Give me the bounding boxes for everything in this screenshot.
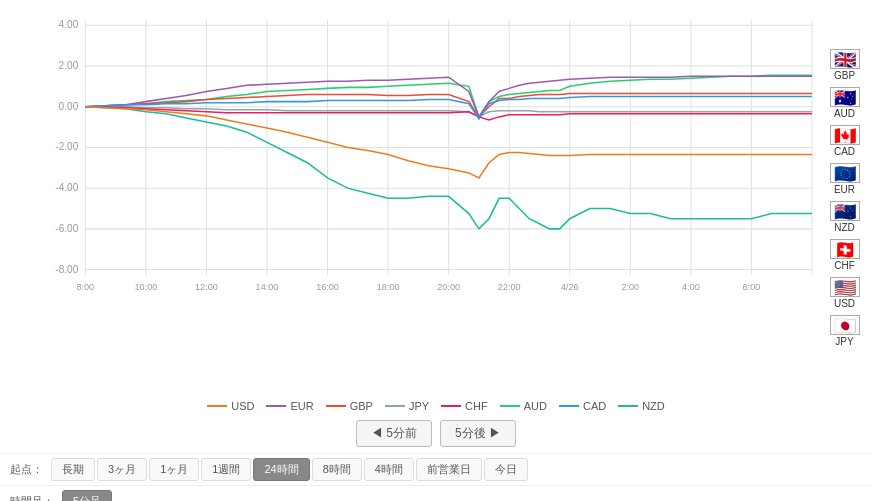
timeframe-label: 起点：	[10, 462, 43, 477]
nzd-legend-label: NZD	[642, 400, 665, 412]
tf-btn-1m[interactable]: 1ヶ月	[149, 458, 199, 481]
chf-legend-label: CHF	[465, 400, 488, 412]
svg-text:16:00: 16:00	[316, 282, 339, 292]
legend-nzd: NZD	[618, 400, 665, 412]
aud-flag: 🇦🇺	[830, 87, 860, 107]
flag-nzd-item[interactable]: 🇳🇿 NZD	[830, 201, 860, 233]
aud-legend-label: AUD	[524, 400, 547, 412]
usd-flag: 🇺🇸	[830, 277, 860, 297]
svg-text:-6.00: -6.00	[55, 223, 78, 234]
svg-text:-4.00: -4.00	[55, 182, 78, 193]
chf-legend-line	[441, 405, 461, 407]
flag-cad-item[interactable]: 🇨🇦 CAD	[830, 125, 860, 157]
svg-text:4.00: 4.00	[59, 19, 79, 30]
svg-text:2:00: 2:00	[621, 282, 639, 292]
nzd-legend-line	[618, 405, 638, 407]
svg-text:4:00: 4:00	[682, 282, 700, 292]
svg-text:20:00: 20:00	[437, 282, 460, 292]
eur-flag-label: EUR	[834, 184, 855, 195]
svg-text:6:00: 6:00	[743, 282, 761, 292]
jpy-flag-label: JPY	[835, 336, 853, 347]
flag-usd-item[interactable]: 🇺🇸 USD	[830, 277, 860, 309]
chart-wrapper: 4.00 2.00 0.00 -2.00 -4.00 -6.00 -8.00	[0, 0, 817, 396]
gbp-flag-label: GBP	[834, 70, 855, 81]
tf-btn-today[interactable]: 今日	[484, 458, 528, 481]
resolution-label: 時間足：	[10, 494, 54, 501]
svg-text:12:00: 12:00	[195, 282, 218, 292]
flag-jpy-item[interactable]: 🇯🇵 JPY	[830, 315, 860, 347]
cad-flag: 🇨🇦	[830, 125, 860, 145]
svg-text:10:00: 10:00	[135, 282, 158, 292]
timeframe-bar: 起点： 長期 3ヶ月 1ヶ月 1週間 24時間 8時間 4時間 前営業日 今日	[0, 453, 872, 485]
gbp-legend-label: GBP	[350, 400, 373, 412]
tf-btn-24h[interactable]: 24時間	[253, 458, 309, 481]
cad-legend-line	[559, 405, 579, 407]
tf-btn-4h[interactable]: 4時間	[364, 458, 414, 481]
eur-legend-line	[266, 405, 286, 407]
flag-eur-item[interactable]: 🇪🇺 EUR	[830, 163, 860, 195]
aud-flag-label: AUD	[834, 108, 855, 119]
aud-legend-line	[500, 405, 520, 407]
cad-flag-label: CAD	[834, 146, 855, 157]
chart-svg: 4.00 2.00 0.00 -2.00 -4.00 -6.00 -8.00	[50, 10, 817, 356]
flag-chf-item[interactable]: 🇨🇭 CHF	[830, 239, 860, 271]
usd-legend-line	[207, 405, 227, 407]
chf-flag-label: CHF	[834, 260, 855, 271]
cad-legend-label: CAD	[583, 400, 606, 412]
flag-gbp-item[interactable]: 🇬🇧 GBP	[830, 49, 860, 81]
svg-rect-0	[50, 10, 777, 295]
svg-text:0.00: 0.00	[59, 101, 79, 112]
svg-text:14:00: 14:00	[256, 282, 279, 292]
jpy-legend-line	[385, 405, 405, 407]
legend-aud: AUD	[500, 400, 547, 412]
tf-btn-long[interactable]: 長期	[51, 458, 95, 481]
legend-cad: CAD	[559, 400, 606, 412]
svg-text:18:00: 18:00	[377, 282, 400, 292]
svg-text:4/26: 4/26	[561, 282, 579, 292]
svg-text:-8.00: -8.00	[55, 264, 78, 275]
tf-btn-3m[interactable]: 3ヶ月	[97, 458, 147, 481]
svg-text:8:00: 8:00	[76, 282, 94, 292]
legend-gbp: GBP	[326, 400, 373, 412]
chf-flag: 🇨🇭	[830, 239, 860, 259]
tf-btn-1w[interactable]: 1週間	[201, 458, 251, 481]
svg-text:2.00: 2.00	[59, 60, 79, 71]
chart-legend-bottom: USD EUR GBP JPY CHF AUD CAD NZD	[0, 396, 872, 414]
legend-jpy: JPY	[385, 400, 429, 412]
flag-sidebar: 🇬🇧 GBP 🇦🇺 AUD 🇨🇦 CAD 🇪🇺 EUR 🇳🇿 NZD 🇨🇭	[817, 0, 872, 396]
legend-chf: CHF	[441, 400, 488, 412]
chart-area: 4.00 2.00 0.00 -2.00 -4.00 -6.00 -8.00	[0, 0, 872, 396]
tf-btn-prev-day[interactable]: 前営業日	[416, 458, 482, 481]
svg-text:22:00: 22:00	[498, 282, 521, 292]
flag-aud-item[interactable]: 🇦🇺 AUD	[830, 87, 860, 119]
jpy-flag: 🇯🇵	[830, 315, 860, 335]
gbp-flag: 🇬🇧	[830, 49, 860, 69]
nzd-flag-label: NZD	[834, 222, 855, 233]
usd-legend-label: USD	[231, 400, 254, 412]
next-button[interactable]: 5分後 ▶	[440, 420, 516, 447]
main-container: 4.00 2.00 0.00 -2.00 -4.00 -6.00 -8.00	[0, 0, 872, 501]
svg-text:-2.00: -2.00	[55, 141, 78, 152]
eur-legend-label: EUR	[290, 400, 313, 412]
nzd-flag: 🇳🇿	[830, 201, 860, 221]
legend-usd: USD	[207, 400, 254, 412]
prev-button[interactable]: ◀ 5分前	[356, 420, 432, 447]
res-btn-5m[interactable]: 5分足	[62, 490, 112, 501]
legend-eur: EUR	[266, 400, 313, 412]
nav-buttons: ◀ 5分前 5分後 ▶	[0, 414, 872, 453]
gbp-legend-line	[326, 405, 346, 407]
tf-btn-8h[interactable]: 8時間	[312, 458, 362, 481]
eur-flag: 🇪🇺	[830, 163, 860, 183]
resolution-bar: 時間足： 5分足	[0, 485, 872, 501]
jpy-legend-label: JPY	[409, 400, 429, 412]
usd-flag-label: USD	[834, 298, 855, 309]
